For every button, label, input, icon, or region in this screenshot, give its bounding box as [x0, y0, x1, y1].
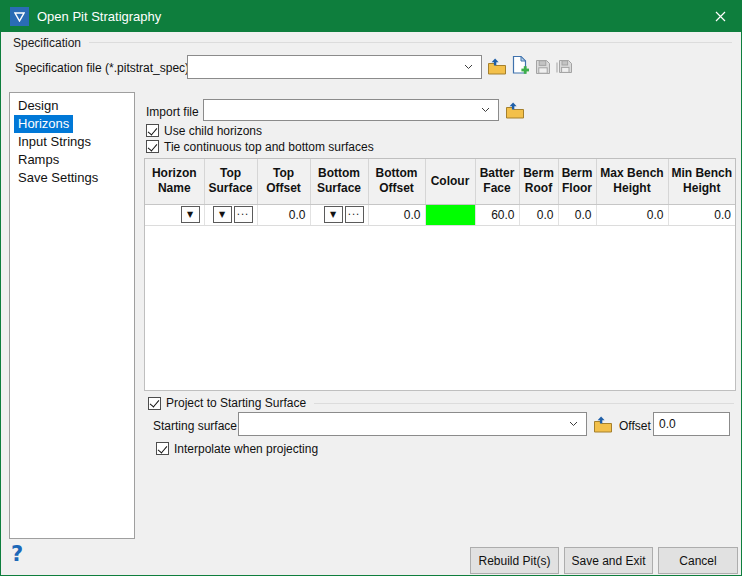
rebuild-pits-button[interactable]: Rebuild Pit(s): [470, 547, 559, 574]
sidebar: Design Horizons Input Strings Ramps Save…: [9, 92, 135, 539]
starting-surface-folder-icon[interactable]: [592, 414, 614, 436]
bottom-surface-browse-button[interactable]: ...: [345, 206, 364, 223]
project-to-starting-surface-label: Project to Starting Surface: [166, 396, 306, 410]
close-icon[interactable]: [699, 1, 741, 32]
specification-group-label: Specification: [13, 36, 81, 50]
chevron-down-icon: [481, 107, 490, 113]
table-header-row: Horizon Name Top Surface Top Offset Bott…: [145, 159, 735, 204]
window-title: Open Pit Stratigraphy: [37, 9, 161, 24]
top-offset-cell[interactable]: 0.0: [257, 204, 310, 225]
titlebar: Open Pit Stratigraphy: [1, 1, 741, 32]
sidebar-item-horizons[interactable]: Horizons: [14, 115, 73, 133]
offset-input[interactable]: 0.0: [653, 412, 730, 436]
use-child-horizons-label: Use child horizons: [164, 124, 262, 138]
sidebar-item-ramps[interactable]: Ramps: [14, 151, 63, 169]
col-top-offset: Top Offset: [257, 159, 310, 204]
interpolate-label: Interpolate when projecting: [174, 442, 318, 456]
interpolate-checkbox[interactable]: [156, 442, 169, 455]
offset-value: 0.0: [659, 417, 676, 431]
col-batter-face: Batter Face: [475, 159, 519, 204]
col-min-bench-height: Min Bench Height: [668, 159, 735, 204]
max-bench-height-cell[interactable]: 0.0: [596, 204, 668, 225]
project-to-starting-surface-checkbox[interactable]: [148, 397, 161, 410]
col-berm-floor: Berm Floor: [558, 159, 596, 204]
import-file-label: Import file: [146, 105, 199, 119]
col-bottom-surface: Bottom Surface: [310, 159, 368, 204]
use-child-horizons-row: Use child horizons: [146, 123, 262, 138]
col-bottom-offset: Bottom Offset: [368, 159, 425, 204]
save-and-exit-button[interactable]: Save and Exit: [564, 547, 653, 574]
sidebar-item-design[interactable]: Design: [14, 97, 62, 115]
tie-surfaces-label: Tie continuous top and bottom surfaces: [164, 140, 374, 154]
horizon-name-cell: ▼: [145, 204, 204, 225]
berm-roof-cell[interactable]: 0.0: [519, 204, 558, 225]
bottom-surface-cell: ▼ ...: [310, 204, 368, 225]
top-surface-dropdown-icon[interactable]: ▼: [213, 206, 232, 223]
horizon-name-dropdown-icon[interactable]: ▼: [181, 206, 200, 223]
starting-surface-label: Starting surface: [153, 419, 237, 433]
specification-group-line: [89, 42, 732, 43]
help-icon[interactable]: ?: [11, 542, 23, 566]
specification-file-label: Specification file (*.pitstrat_spec): [15, 61, 189, 75]
col-max-bench-height: Max Bench Height: [596, 159, 668, 204]
chevron-down-icon: [464, 64, 473, 70]
berm-floor-cell[interactable]: 0.0: [558, 204, 596, 225]
starting-surface-combobox[interactable]: [238, 412, 587, 436]
top-surface-browse-button[interactable]: ...: [234, 206, 253, 223]
table-row: ▼ ▼ ... 0.0 ▼ ...: [145, 204, 735, 225]
batter-face-cell[interactable]: 60.0: [475, 204, 519, 225]
import-browse-folder-icon[interactable]: [504, 100, 526, 122]
horizons-table: Horizon Name Top Surface Top Offset Bott…: [144, 158, 736, 391]
bottom-offset-cell[interactable]: 0.0: [368, 204, 425, 225]
tie-surfaces-checkbox[interactable]: [146, 140, 159, 153]
import-file-combobox[interactable]: [203, 99, 499, 121]
save-icon: [532, 56, 554, 78]
offset-label: Offset: [619, 419, 651, 433]
col-top-surface: Top Surface: [204, 159, 257, 204]
sidebar-item-input-strings[interactable]: Input Strings: [14, 133, 95, 151]
open-folder-icon[interactable]: [486, 56, 508, 78]
cancel-button[interactable]: Cancel: [658, 547, 738, 574]
col-colour: Colour: [425, 159, 475, 204]
save-as-icon: [553, 56, 575, 78]
interpolate-row: Interpolate when projecting: [156, 441, 318, 456]
project-group-header: Project to Starting Surface: [148, 396, 734, 410]
sidebar-item-save-settings[interactable]: Save Settings: [14, 169, 102, 187]
use-child-horizons-checkbox[interactable]: [146, 124, 159, 137]
min-bench-height-cell[interactable]: 0.0: [668, 204, 735, 225]
bottom-surface-dropdown-icon[interactable]: ▼: [324, 206, 343, 223]
open-pit-stratigraphy-dialog: Open Pit Stratigraphy Specification Spec…: [0, 0, 742, 576]
project-group-line: [314, 403, 734, 404]
col-horizon-name: Horizon Name: [145, 159, 204, 204]
specification-file-combobox[interactable]: [187, 55, 482, 79]
col-berm-roof: Berm Roof: [519, 159, 558, 204]
new-spec-file-icon[interactable]: [509, 54, 531, 76]
top-surface-cell: ▼ ...: [204, 204, 257, 225]
colour-swatch-cell[interactable]: [425, 204, 475, 225]
tie-surfaces-row: Tie continuous top and bottom surfaces: [146, 139, 374, 154]
chevron-down-icon: [569, 421, 578, 427]
app-nabla-icon: [10, 7, 29, 26]
